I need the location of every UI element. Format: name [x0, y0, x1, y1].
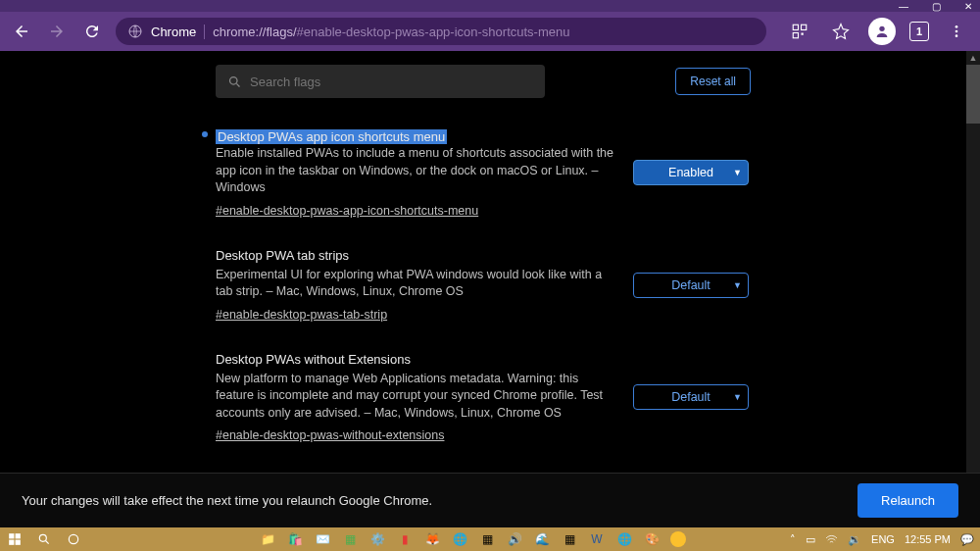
- chrome-icon-2[interactable]: 🌐: [615, 530, 633, 548]
- modified-dot-icon: [202, 131, 208, 137]
- flag-title: Desktop PWAs app icon shortcuts menu: [216, 129, 447, 144]
- svg-rect-4: [802, 33, 804, 35]
- flag-select[interactable]: Enabled ▼: [633, 160, 749, 185]
- notifications-icon[interactable]: 💬: [960, 533, 974, 546]
- svg-point-17: [69, 534, 77, 543]
- cortana-icon[interactable]: [65, 530, 82, 548]
- relaunch-bar: Your changes will take effect the next t…: [0, 473, 980, 527]
- svg-rect-12: [16, 533, 21, 538]
- svg-line-10: [236, 83, 239, 86]
- site-info-icon[interactable]: [127, 24, 143, 39]
- settings-icon[interactable]: ⚙️: [368, 530, 386, 548]
- close-button[interactable]: ✕: [964, 1, 972, 12]
- flags-content: Reset all Desktop PWAs app icon shortcut…: [0, 51, 966, 473]
- tab-count[interactable]: 1: [909, 22, 929, 41]
- app-icon-4[interactable]: ▦: [561, 530, 578, 548]
- flag-description: Experimental UI for exploring what PWA w…: [216, 267, 613, 301]
- search-icon: [227, 75, 242, 89]
- flag-description: Enable installed PWAs to include a menu …: [216, 145, 613, 197]
- start-icon[interactable]: [6, 530, 24, 548]
- volume-app-icon[interactable]: 🔊: [506, 530, 523, 548]
- window-titlebar: — ▢ ✕: [0, 0, 980, 12]
- address-bar[interactable]: Chrome chrome://flags/#enable-desktop-pw…: [116, 18, 766, 45]
- scrollbar-thumb[interactable]: [966, 65, 980, 124]
- clock[interactable]: 12:55 PM: [905, 533, 951, 545]
- qr-icon[interactable]: [786, 18, 813, 45]
- edge-icon[interactable]: 🌊: [533, 530, 551, 548]
- app-icon-5[interactable]: 🎨: [643, 530, 661, 548]
- flag-anchor-link[interactable]: #enable-desktop-pwas-tab-strip: [216, 308, 387, 322]
- explorer-icon[interactable]: 📁: [259, 530, 276, 548]
- browser-toolbar: Chrome chrome://flags/#enable-desktop-pw…: [0, 12, 980, 51]
- svg-point-6: [956, 25, 958, 28]
- svg-point-9: [230, 76, 238, 84]
- firefox-icon[interactable]: 🦊: [423, 530, 441, 548]
- flag-anchor-link[interactable]: #enable-desktop-pwas-app-icon-shortcuts-…: [216, 204, 478, 218]
- maximize-button[interactable]: ▢: [932, 1, 941, 12]
- flag-row: Desktop PWAs without Extensions New plat…: [0, 352, 966, 444]
- flag-row: Desktop PWA tab strips Experimental UI f…: [0, 248, 966, 323]
- svg-rect-3: [793, 33, 798, 38]
- svg-point-8: [956, 34, 958, 37]
- svg-rect-13: [9, 540, 14, 545]
- mail-icon[interactable]: ✉️: [314, 530, 331, 548]
- search-flags-box[interactable]: [216, 65, 545, 98]
- bookmark-star-icon[interactable]: [827, 18, 855, 45]
- profile-icon[interactable]: [868, 18, 896, 45]
- reload-button[interactable]: [80, 20, 104, 43]
- menu-icon[interactable]: [943, 18, 970, 45]
- svg-rect-1: [793, 25, 798, 29]
- search-input[interactable]: [250, 75, 533, 89]
- flag-select[interactable]: Default ▼: [633, 273, 749, 298]
- chevron-down-icon: ▼: [733, 168, 742, 177]
- volume-icon[interactable]: 🔉: [848, 533, 861, 546]
- svg-line-16: [46, 541, 49, 544]
- flag-select[interactable]: Default ▼: [633, 384, 749, 410]
- reset-all-button[interactable]: Reset all: [675, 68, 751, 95]
- canary-icon[interactable]: [670, 531, 686, 547]
- flag-row: Desktop PWAs app icon shortcuts menu Ena…: [0, 127, 966, 219]
- tray-up-icon[interactable]: ˄: [790, 533, 796, 546]
- svg-rect-2: [802, 25, 807, 29]
- forward-button[interactable]: [45, 20, 69, 43]
- chevron-down-icon: ▼: [733, 280, 742, 290]
- chrome-taskbar-icon[interactable]: 🌐: [451, 530, 468, 548]
- svg-point-7: [956, 30, 958, 33]
- flag-title: Desktop PWAs without Extensions: [216, 352, 613, 367]
- flag-description: New platform to manage Web Applications …: [216, 371, 613, 423]
- minimize-button[interactable]: —: [899, 1, 908, 12]
- app-icon[interactable]: ▦: [341, 530, 359, 548]
- app-icon-2[interactable]: ▮: [396, 530, 414, 548]
- svg-point-15: [39, 534, 46, 541]
- wifi-icon[interactable]: [825, 533, 838, 546]
- chevron-down-icon: ▼: [733, 392, 742, 402]
- scroll-up-icon[interactable]: ▲: [966, 51, 980, 65]
- svg-rect-11: [9, 533, 14, 538]
- battery-icon[interactable]: ▭: [806, 533, 815, 546]
- url-text: Chrome chrome://flags/#enable-desktop-pw…: [151, 25, 569, 39]
- flag-anchor-link[interactable]: #enable-desktop-pwas-without-extensions: [216, 428, 444, 442]
- relaunch-message: Your changes will take effect the next t…: [22, 493, 432, 508]
- flag-title: Desktop PWA tab strips: [216, 248, 613, 263]
- word-icon[interactable]: W: [588, 530, 606, 548]
- svg-point-5: [879, 26, 884, 31]
- lang-indicator[interactable]: ENG: [871, 533, 895, 545]
- svg-rect-14: [16, 540, 21, 545]
- search-taskbar-icon[interactable]: [35, 530, 53, 548]
- store-icon[interactable]: 🛍️: [286, 530, 304, 548]
- windows-taskbar: 📁 🛍️ ✉️ ▦ ⚙️ ▮ 🦊 🌐 ▦ 🔊 🌊 ▦ W 🌐 🎨 ˄ ▭ 🔉 E…: [0, 527, 980, 551]
- back-button[interactable]: [10, 20, 33, 43]
- relaunch-button[interactable]: Relaunch: [858, 483, 958, 518]
- app-icon-3[interactable]: ▦: [478, 530, 496, 548]
